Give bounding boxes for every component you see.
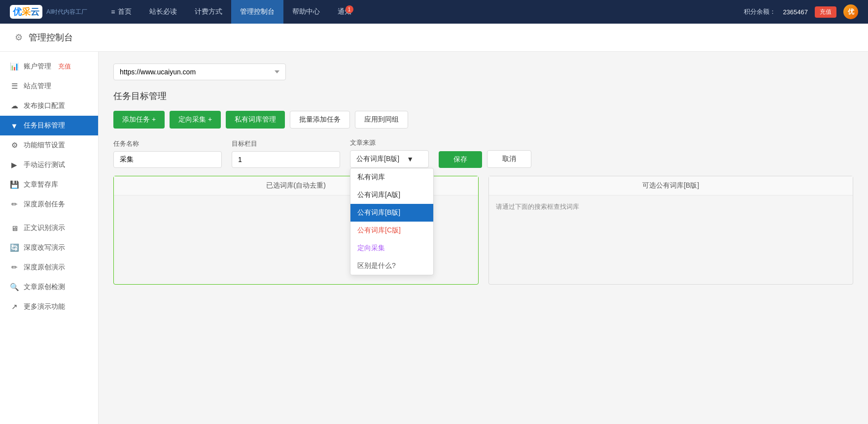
dropdown-private[interactable]: 私有词库: [350, 168, 433, 186]
source-dropdown: 私有词库 公有词库[A版] 公有词库[B版] 公有词库[C版] 定向采集 区别是…: [350, 168, 434, 275]
points-label: 积分余额：: [744, 7, 776, 16]
sidebar-item-test[interactable]: ▶ 手动运行测试: [0, 155, 98, 175]
source-label: 文章来源: [350, 138, 429, 147]
cancel-button[interactable]: 取消: [487, 150, 531, 168]
site-selector-area: https://www.ucaiyun.com: [113, 64, 853, 80]
sidebar-item-task[interactable]: ▼ 任务目标管理: [0, 116, 98, 135]
sidebar-item-check[interactable]: 🔍 文章原创检测: [0, 277, 98, 297]
sidebar-item-site[interactable]: ☰ 站点管理: [0, 76, 98, 96]
panels-row: 已选词库(自动去重) 可选公有词库[B版] 请通过下面的搜索框查找词库: [113, 176, 853, 285]
dropdown-public-c[interactable]: 公有词库[C版]: [350, 222, 433, 239]
vip-badge: 优: [843, 4, 858, 19]
nav-dashboard[interactable]: 管理控制台: [231, 0, 283, 24]
refresh-icon: 🔄: [10, 243, 19, 252]
search-icon: 🔍: [10, 283, 19, 292]
sidebar-item-rewrite[interactable]: 🔄 深度改写演示: [0, 238, 98, 258]
dropdown-diff[interactable]: 区别是什么?: [350, 257, 433, 275]
available-library-header: 可选公有词库[B版]: [489, 176, 853, 196]
apply-group-button[interactable]: 应用到同组: [355, 111, 408, 129]
sidebar: 📊 账户管理 充值 ☰ 站点管理 ☁ 发布接口配置 ▼ 任务目标管理 ⚙ 功能细…: [0, 52, 99, 424]
points-value: 2365467: [783, 8, 808, 16]
source-group: 文章来源 公有词库[B版] ▼ 私有词库 公有词库[A版] 公有词库[B版] 公…: [350, 138, 429, 168]
sidebar-item-publish[interactable]: ☁ 发布接口配置: [0, 96, 98, 116]
available-library-panel: 可选公有词库[B版] 请通过下面的搜索框查找词库: [488, 176, 854, 285]
nav-pricing[interactable]: 计费方式: [186, 0, 231, 24]
logo-tagline: AI时代内容工厂: [46, 8, 87, 16]
task-name-label: 任务名称: [113, 139, 222, 148]
add-task-button[interactable]: 添加任务 +: [113, 111, 165, 129]
edit-icon: ✏: [10, 200, 19, 209]
target-col-label: 目标栏目: [232, 139, 340, 148]
sidebar-item-account[interactable]: 📊 账户管理 充值: [0, 57, 98, 76]
sidebar-recharge-link[interactable]: 充值: [58, 62, 71, 71]
target-col-group: 目标栏目: [232, 139, 340, 168]
sidebar-item-draft[interactable]: 💾 文章暂存库: [0, 175, 98, 195]
directed-collect-button[interactable]: 定向采集 +: [170, 111, 221, 129]
section-title: 任务目标管理: [113, 90, 853, 102]
chevron-down-icon: ▼: [407, 155, 414, 163]
sidebar-item-original-task[interactable]: ✏ 深度原创任务: [0, 195, 98, 214]
available-library-body: 请通过下面的搜索框查找词库: [489, 196, 853, 284]
logo: 优采云: [10, 5, 42, 19]
page-header: ⚙ 管理控制台: [0, 24, 868, 52]
logo-area: 优采云 AI时代内容工厂: [10, 5, 87, 19]
sidebar-item-settings[interactable]: ⚙ 功能细节设置: [0, 135, 98, 155]
nav-must-read[interactable]: 站长必读: [140, 0, 186, 24]
batch-add-button[interactable]: 批量添加任务: [290, 111, 350, 129]
monitor-icon: 🖥: [10, 224, 19, 232]
form-actions: 保存 取消: [439, 150, 531, 168]
top-navigation: 优采云 AI时代内容工厂 ≡ 首页 站长必读 计费方式 管理控制台 帮助中心 通…: [0, 0, 868, 24]
notification-wrapper: 通知 1: [338, 7, 351, 16]
sidebar-divider: [0, 214, 98, 218]
dropdown-public-b[interactable]: 公有词库[B版]: [350, 204, 433, 222]
sidebar-item-more[interactable]: ↗ 更多演示功能: [0, 297, 98, 317]
edit2-icon: ✏: [10, 263, 19, 272]
dropdown-public-a[interactable]: 公有词库[A版]: [350, 186, 433, 204]
sidebar-item-ocr[interactable]: 🖥 正文识别演示: [0, 218, 98, 238]
main-layout: 📊 账户管理 充值 ☰ 站点管理 ☁ 发布接口配置 ▼ 任务目标管理 ⚙ 功能细…: [0, 52, 868, 424]
filter-icon: ▼: [10, 122, 19, 130]
arrow-icon: ↗: [10, 302, 19, 311]
nav-help[interactable]: 帮助中心: [283, 0, 329, 24]
nav-notify[interactable]: 通知 1: [329, 0, 360, 24]
source-select-button[interactable]: 公有词库[B版] ▼: [350, 150, 429, 168]
site-select[interactable]: https://www.ucaiyun.com: [113, 64, 286, 80]
task-form-row: 任务名称 目标栏目 文章来源 公有词库[B版] ▼ 私有词库 公有词库[A: [113, 138, 853, 168]
private-library-button[interactable]: 私有词库管理: [226, 111, 285, 129]
gear-icon: ⚙: [15, 32, 23, 43]
play-icon: ▶: [10, 161, 19, 169]
top-recharge-button[interactable]: 充值: [815, 6, 836, 18]
dropdown-directed[interactable]: 定向采集: [350, 239, 433, 257]
nav-items: ≡ 首页 站长必读 计费方式 管理控制台 帮助中心 通知 1: [102, 0, 744, 24]
chart-icon: 📊: [10, 62, 19, 71]
action-buttons: 添加任务 + 定向采集 + 私有词库管理 批量添加任务 应用到同组: [113, 111, 853, 129]
main-content: https://www.ucaiyun.com 任务目标管理 添加任务 + 定向…: [99, 52, 868, 424]
target-col-input[interactable]: [232, 151, 340, 168]
list-icon: ☰: [10, 82, 19, 91]
task-name-input[interactable]: [113, 151, 222, 168]
settings-icon: ⚙: [10, 141, 19, 150]
db-icon: 💾: [10, 180, 19, 189]
nav-home[interactable]: ≡ 首页: [102, 0, 140, 24]
sidebar-item-original-demo[interactable]: ✏ 深度原创演示: [0, 258, 98, 277]
task-name-group: 任务名称: [113, 139, 222, 168]
nav-right-area: 积分余额： 2365467 充值 优: [744, 4, 858, 19]
save-button[interactable]: 保存: [439, 151, 482, 168]
menu-icon: ≡: [111, 8, 115, 16]
source-select-wrapper: 公有词库[B版] ▼ 私有词库 公有词库[A版] 公有词库[B版] 公有词库[C…: [350, 150, 429, 168]
cloud-icon: ☁: [10, 101, 19, 110]
notification-badge: 1: [346, 5, 353, 13]
page-title: 管理控制台: [29, 32, 73, 43]
